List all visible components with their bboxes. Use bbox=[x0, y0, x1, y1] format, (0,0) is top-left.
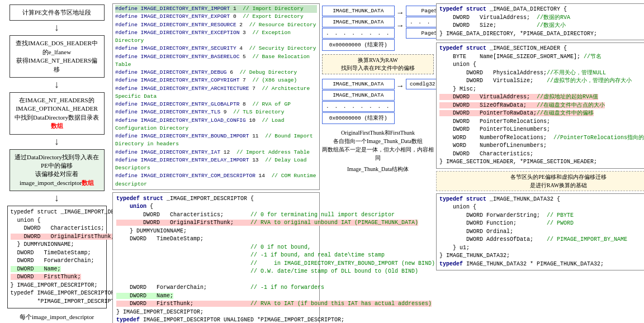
define-row-copyright: #define IMAGE_DIRECTORY_ENTRY_COPYRIGHT … bbox=[115, 77, 317, 84]
define-row-iat: #define IMAGE_DIRECTORY_ENTRY_IAT 12 // … bbox=[115, 149, 317, 156]
flowchart-box-2: 查找IMAGE_DOS_HEADER中的e_lfanew获得IMAGE_NT_H… bbox=[10, 35, 105, 78]
define-comment-security: // Security Directory bbox=[249, 45, 316, 51]
defines-section: #define IMAGE_DIRECTORY_ENTRY_IMPORT 1 /… bbox=[112, 3, 320, 190]
spacer1 bbox=[398, 32, 402, 45]
define-row-security: #define IMAGE_DIRECTORY_ENTRY_SECURITY 4… bbox=[115, 45, 317, 53]
rva-raw-label: 换算RVA为RAW找到导入表在PE文件中的偏移 bbox=[322, 54, 434, 74]
section-header-struct: typedef struct _IMAGE_SECTION_HEADER { B… bbox=[436, 42, 644, 169]
define-row-arch: #define IMAGE_DIRECTORY_ENTRY_ARCHITECTU… bbox=[115, 85, 317, 101]
define-comment-globalptr: // RVA of GP bbox=[252, 101, 290, 107]
define-row-resource: #define IMAGE_DIRECTORY_ENTRY_RESOURCE 2… bbox=[115, 21, 317, 29]
data-directory-struct: typedef struct _IMAGE_DATA_DIRECTORY { D… bbox=[436, 3, 644, 40]
arrows-to-comdlg: → bbox=[398, 79, 402, 92]
flowchart-box-3: 在IMAGE_NT_HEADERS的IMAGE_OPTIONAL_HEADER中… bbox=[10, 92, 105, 135]
define-num-debug: 6 bbox=[230, 69, 236, 75]
define-row-export: #define IMAGE_DIRECTORY_ENTRY_EXPORT 0 /… bbox=[115, 13, 317, 21]
define-comment-copyright: // (X86 usage) bbox=[252, 77, 297, 83]
right-column: IMAGE_THUNK_DATA IMAGE_THUNK_DATA . . . … bbox=[321, 2, 644, 323]
bottom-label-text: 每个image_import_descriptor元素对应一个导入的DLL这里查… bbox=[20, 314, 94, 323]
flowchart-box-4: 通过DataDirectory找到导入表在PE中的偏移该偏移处对应着image_… bbox=[10, 149, 105, 192]
bottom-mid-label: OriginalFirstThunk和FirstThunk 各自指向一个Imag… bbox=[322, 129, 434, 162]
define-num-resource: 2 bbox=[239, 22, 246, 28]
section-header-text: typedef struct _IMAGE_SECTION_HEADER { B… bbox=[439, 45, 644, 167]
define-name-security: #define IMAGE_DIRECTORY_ENTRY_SECURITY bbox=[115, 45, 236, 51]
thunk-data32-text: typedef struct _IMAGE_THUNK_DATA32 { uni… bbox=[439, 196, 644, 269]
define-num-export: 0 bbox=[233, 13, 240, 20]
image-thunk-label: Image_Thunk_Data结构体 bbox=[322, 165, 434, 173]
define-num-copyright: 7 bbox=[243, 77, 249, 83]
arrow-1: ↓ bbox=[54, 22, 60, 34]
define-name-copyright: #define IMAGE_DIRECTORY_ENTRY_COPYRIGHT bbox=[115, 77, 239, 83]
thunk-diagram-bottom: IMAGE_THUNK_DATA IMAGE_THUNK_DATA . . . … bbox=[322, 79, 434, 124]
section-heads-label: 各节区头的PE偏移和虚拟内存偏移迁移是进行RAW换算的基础 bbox=[436, 171, 644, 191]
arrow-3: ↓ bbox=[54, 136, 60, 148]
define-comment-import: // Import Directory bbox=[243, 6, 303, 12]
define-row-load-config: #define IMAGE_DIRECTORY_ENTRY_LOAD_CONFI… bbox=[115, 117, 317, 133]
import-descriptor-text: typedef struct _IMAGE_IMPORT_DESCRIPTOR … bbox=[116, 195, 316, 323]
arrow-4: ↓ bbox=[54, 193, 60, 204]
define-name-tls: #define IMAGE_DIRECTORY_ENTRY_TLS bbox=[115, 109, 220, 115]
thunk-diagram-area: IMAGE_THUNK_DATA IMAGE_THUNK_DATA . . . … bbox=[322, 3, 434, 323]
define-row-bound-import: #define IMAGE_DIRECTORY_ENTRY_BOUND_IMPO… bbox=[115, 132, 317, 149]
thunk-box-1b: IMAGE_THUNK_DATA bbox=[322, 79, 395, 89]
define-name-iat: #define IMAGE_DIRECTORY_ENTRY_IAT bbox=[115, 149, 220, 155]
define-num-import: 1 bbox=[233, 6, 240, 12]
define-comment-export: // Export Directory bbox=[243, 13, 303, 20]
original-first-thunk-col: IMAGE_THUNK_DATA IMAGE_THUNK_DATA . . . … bbox=[322, 6, 395, 51]
define-row-basereloc: #define IMAGE_DIRECTORY_ENTRY_BASERELOC … bbox=[115, 53, 317, 69]
thunk-dots-a: . . . . . . . . bbox=[322, 28, 395, 39]
define-name-debug: #define IMAGE_DIRECTORY_ENTRY_DEBUG bbox=[115, 69, 227, 75]
define-name-import: #define IMAGE_DIRECTORY_ENTRY_IMPORT bbox=[115, 6, 230, 12]
define-num-tls: 9 bbox=[224, 109, 230, 115]
arrow-to-pagesetup1: → bbox=[398, 7, 402, 19]
define-name-arch: #define IMAGE_DIRECTORY_ENTRY_ARCHITECTU… bbox=[115, 86, 249, 92]
define-name-com: #define IMAGE_DIRECTORY_ENTRY_COM_DESCRI… bbox=[115, 173, 255, 179]
first-thunk-col: IMAGE_THUNK_DATA IMAGE_THUNK_DATA . . . … bbox=[322, 79, 395, 124]
define-num-load-config: 10 bbox=[249, 117, 258, 124]
define-name-delay-import: #define IMAGE_DIRECTORY_ENTRY_DELAY_IMPO… bbox=[115, 157, 249, 163]
thunk-data32-struct: typedef struct _IMAGE_THUNK_DATA32 { uni… bbox=[436, 193, 644, 271]
thunk-box-1a: IMAGE_THUNK_DATA bbox=[322, 6, 395, 16]
define-num-arch: 7 bbox=[252, 86, 259, 92]
bottom-label: 每个image_import_descriptor元素对应一个导入的DLL这里查… bbox=[20, 312, 94, 323]
code-column: #define IMAGE_DIRECTORY_ENTRY_IMPORT 1 /… bbox=[111, 2, 321, 323]
define-comment-debug: // Debug Directory bbox=[240, 69, 297, 75]
thunk-box-2a: IMAGE_THUNK_DATA bbox=[322, 17, 395, 27]
define-num-exception: 3 bbox=[243, 30, 249, 36]
thunk-box-2b: IMAGE_THUNK_DATA bbox=[322, 90, 395, 101]
define-row-delay-import: #define IMAGE_DIRECTORY_ENTRY_DELAY_IMPO… bbox=[115, 156, 317, 173]
define-name-export: #define IMAGE_DIRECTORY_ENTRY_EXPORT bbox=[115, 13, 230, 20]
define-comment-iat: // Import Address Table bbox=[236, 149, 310, 155]
define-num-globalptr: 8 bbox=[243, 101, 249, 107]
struct-definitions-area: typedef struct _IMAGE_DATA_DIRECTORY { D… bbox=[436, 3, 644, 323]
flowchart-box-2-text: 查找IMAGE_DOS_HEADER中的e_lfanew获得IMAGE_NT_H… bbox=[16, 40, 98, 72]
flowchart-box-4-text: 通过DataDirectory找到导入表在PE中的偏移该偏移处对应着image_… bbox=[15, 154, 99, 186]
flowchart-column: 计算PE文件各节区地址段 ↓ 查找IMAGE_DOS_HEADER中的e_lfa… bbox=[2, 2, 111, 323]
thunk-dots-b: . . . . . . . . bbox=[322, 101, 395, 112]
define-row-tls: #define IMAGE_DIRECTORY_ENTRY_TLS 9 // T… bbox=[115, 108, 317, 116]
define-name-exception: #define IMAGE_DIRECTORY_ENTRY_EXCEPTION bbox=[115, 30, 239, 36]
import-descriptor-struct: typedef struct _IMAGE_IMPORT_DESCRIPTOR … bbox=[112, 192, 320, 323]
define-num-iat: 12 bbox=[224, 149, 233, 155]
thunk-end-b: 0x00000000 (结束符) bbox=[322, 112, 395, 124]
data-directory-text: typedef struct _IMAGE_DATA_DIRECTORY { D… bbox=[439, 6, 644, 38]
flowchart-box-1: 计算PE文件各节区地址段 bbox=[10, 4, 105, 21]
define-name-resource: #define IMAGE_DIRECTORY_ENTRY_RESOURCE bbox=[115, 22, 236, 28]
define-num-security: 4 bbox=[239, 45, 246, 51]
define-comment-tls: // TLS Directory bbox=[233, 109, 284, 115]
define-num-com: 14 bbox=[259, 173, 268, 179]
define-num-bound-import: 11 bbox=[252, 133, 262, 139]
arrow-to-pagesetup2: → bbox=[398, 20, 402, 32]
define-name-load-config: #define IMAGE_DIRECTORY_ENTRY_LOAD_CONFI… bbox=[115, 117, 246, 124]
arrow-2: ↓ bbox=[54, 79, 60, 91]
define-row-debug: #define IMAGE_DIRECTORY_ENTRY_DEBUG 6 //… bbox=[115, 69, 317, 77]
define-num-delay-import: 13 bbox=[252, 157, 262, 163]
arrows-to-targets: → → bbox=[398, 6, 402, 45]
define-row-com: #define IMAGE_DIRECTORY_ENTRY_COM_DESCRI… bbox=[115, 172, 317, 188]
define-row-globalptr: #define IMAGE_DIRECTORY_ENTRY_GLOBALPTR … bbox=[115, 101, 317, 108]
define-row-exception: #define IMAGE_DIRECTORY_ENTRY_EXCEPTION … bbox=[115, 29, 317, 45]
flowchart-box-1-text: 计算PE文件各节区地址段 bbox=[22, 9, 91, 16]
define-name-basereloc: #define IMAGE_DIRECTORY_ENTRY_BASERELOC bbox=[115, 54, 239, 60]
define-comment-resource: // Resource Directory bbox=[249, 22, 316, 28]
flowchart-box-3-text: 在IMAGE_NT_HEADERS的IMAGE_OPTIONAL_HEADER中… bbox=[15, 97, 99, 129]
